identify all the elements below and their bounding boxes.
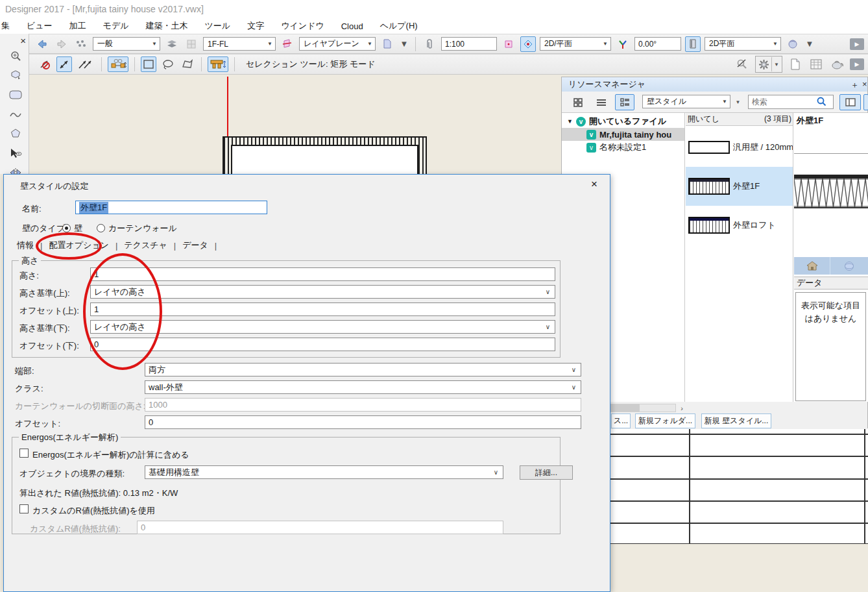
new-wall-style-button[interactable]: 新規 壁スタイル...	[701, 413, 771, 428]
search-icon[interactable]	[816, 96, 826, 108]
caps-select[interactable]: 両方∨	[145, 363, 581, 376]
menu-item-cloud[interactable]: Cloud	[341, 21, 363, 31]
chevron-down-icon: ▼	[367, 41, 372, 47]
resource-item-exterior-wall-1f[interactable]: 外壁1F	[686, 167, 793, 206]
constrain-tool[interactable]	[108, 56, 128, 72]
class-dropdown[interactable]: 一般▼	[93, 37, 160, 51]
polygon-tool-icon[interactable]	[8, 126, 23, 142]
menu-item-window[interactable]: ウインドウ	[281, 20, 324, 32]
menu-item-view[interactable]: ビュー	[27, 20, 53, 32]
class-select[interactable]: wall-外壁∨	[145, 380, 581, 394]
name-input[interactable]: 外壁1F	[75, 201, 267, 214]
flyover-icon[interactable]	[520, 36, 536, 52]
scrollbar-right-arrow[interactable]: ›	[677, 404, 686, 412]
render-dropdown[interactable]: 2D平面▼	[705, 37, 781, 51]
resource-list-header[interactable]: 開いてし (3 項目)	[686, 113, 793, 126]
disable-snap-icon[interactable]	[37, 56, 53, 72]
close-icon[interactable]: ×	[862, 79, 867, 89]
curtain-cut-label: カーテンウォールの切断面の高さ:	[15, 401, 145, 412]
tab-data[interactable]: データ	[182, 240, 208, 251]
view-dropdown[interactable]: 2D/平面▼	[540, 37, 611, 51]
resource-manager-titlebar[interactable]: リソースマネージャ ＋ ×	[562, 77, 867, 92]
pin-icon[interactable]: ＋	[850, 79, 859, 91]
plan-view-icon[interactable]	[794, 257, 830, 275]
detail-view-button[interactable]	[615, 94, 634, 110]
energos-include-checkbox[interactable]	[19, 449, 29, 458]
menu-item-modify[interactable]: 加工	[69, 20, 86, 32]
radio-curtain-wall[interactable]: カーテンウォール	[97, 223, 177, 234]
tree-item-untitled[interactable]: v 名称未設定1	[562, 141, 685, 154]
layer-dropdown[interactable]: 1F-FL▼	[203, 37, 276, 51]
chevron-expanded-icon[interactable]: ▼	[567, 118, 573, 125]
menu-item-text[interactable]: 文字	[247, 20, 264, 32]
menu-item-edit[interactable]: 集	[1, 20, 10, 32]
truncated-resources-button[interactable]: ス...	[611, 413, 631, 428]
tab-info[interactable]: 情報	[17, 240, 34, 251]
bottom-offset-input[interactable]: 0	[90, 338, 555, 351]
filter-dropdown-arrow[interactable]: ▼	[732, 94, 743, 110]
paperclip-icon	[422, 36, 437, 52]
menu-item-help[interactable]: ヘルプ(H)	[380, 20, 418, 32]
new-document-icon[interactable]	[788, 56, 803, 72]
tab-texture[interactable]: テクスチャ	[124, 240, 167, 251]
resource-type-dropdown[interactable]: 壁スタイル▼	[642, 95, 730, 108]
sheet-dropdown-arrow[interactable]: ▼	[399, 36, 409, 52]
gear-dropdown-arrow[interactable]: ▼	[771, 56, 782, 72]
tree-item-current-file[interactable]: v Mr,fujita tainy hou	[562, 128, 685, 141]
rectangle-marquee-tool[interactable]	[141, 56, 156, 72]
wall-insert-mode-tool[interactable]	[208, 56, 228, 72]
menu-item-aec[interactable]: 建築・土木	[146, 20, 188, 32]
height-input[interactable]: 1	[90, 267, 555, 281]
search-input[interactable]	[749, 97, 816, 106]
menu-item-model[interactable]: モデル	[103, 20, 129, 32]
sheet-icon[interactable]	[380, 36, 395, 52]
toolbar-overflow-button[interactable]: ▶	[850, 38, 864, 50]
settings-split-button[interactable]: ▼	[755, 56, 782, 73]
worksheet-icon[interactable]	[808, 56, 824, 72]
saved-views-icon[interactable]	[73, 36, 89, 52]
preview-pane-toggle-button[interactable]	[839, 94, 861, 110]
offset-input[interactable]: 0	[145, 415, 581, 429]
palette-close-icon[interactable]: ×	[20, 35, 26, 46]
menu-item-tools[interactable]: ツール	[205, 20, 231, 32]
boundary-select[interactable]: 基礎用構造壁∨	[145, 465, 503, 479]
zoom-tool-icon[interactable]	[8, 48, 23, 64]
toolbar2-overflow-button[interactable]: ▶	[850, 58, 864, 70]
resource-item-exterior-wall-loft[interactable]: 外壁ロフト	[686, 206, 793, 245]
snap-to-object-tool[interactable]	[56, 56, 72, 72]
zoom-disabled-icon[interactable]	[734, 56, 750, 72]
render-options-icon[interactable]	[785, 36, 801, 52]
dialog-close-icon[interactable]: ×	[591, 178, 597, 191]
3d-shapes-tool-icon[interactable]	[8, 68, 23, 83]
rounded-rectangle-tool-icon[interactable]	[8, 87, 23, 103]
3d-view-icon[interactable]	[830, 257, 868, 275]
freehand-tool-icon[interactable]	[8, 106, 23, 122]
rotation-input[interactable]: 0.00°	[634, 37, 681, 51]
new-folder-button[interactable]: 新規フォルダ...	[635, 413, 695, 428]
detail-button[interactable]: 詳細...	[520, 465, 573, 480]
layers-icon[interactable]	[164, 36, 180, 52]
worksheet-table[interactable]: 49.420	[610, 419, 868, 544]
back-arrow-button[interactable]	[34, 36, 50, 52]
resource-item-generic-wall[interactable]: 汎用壁 / 120mm	[686, 128, 793, 167]
visibility-tool-icon[interactable]	[8, 145, 23, 161]
list-view-button[interactable]	[592, 94, 611, 110]
snap-to-intersection-tool[interactable]	[76, 56, 95, 72]
render-style-icon[interactable]	[685, 36, 701, 52]
plane-dropdown[interactable]: レイヤプレーン▼	[299, 37, 376, 51]
render-dropdown-arrow[interactable]: ▼	[804, 36, 815, 52]
lasso-tool[interactable]	[160, 56, 176, 72]
chevron-down-icon: ▼	[722, 99, 727, 105]
working-plane-icon[interactable]	[280, 36, 295, 52]
custom-r-checkbox[interactable]	[19, 504, 29, 513]
partial-toggle-button[interactable]	[863, 94, 868, 110]
data-section-header[interactable]: データ	[794, 277, 868, 290]
clip-cube-icon[interactable]	[501, 36, 516, 52]
scale-input[interactable]: 1:100	[441, 37, 497, 51]
forward-arrow-button[interactable]	[54, 36, 69, 52]
grid-view-button[interactable]	[568, 94, 588, 110]
polygon-marquee-tool[interactable]	[180, 56, 195, 72]
teapot-render-icon[interactable]	[829, 56, 845, 72]
tree-root-row[interactable]: ▼ v 開いているファイル	[562, 115, 685, 128]
gear-icon[interactable]	[756, 56, 771, 72]
